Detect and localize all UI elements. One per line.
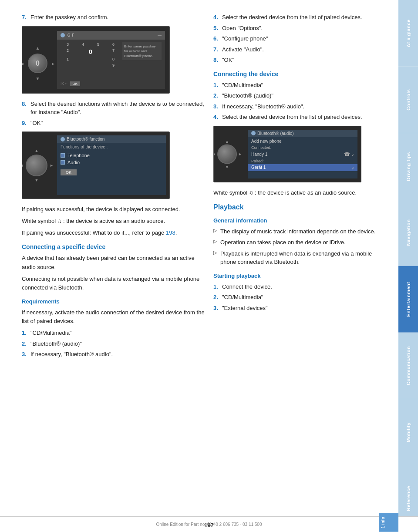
bullet-arrow: ▷ — [213, 239, 220, 244]
step-7-num: 7. — [22, 13, 30, 22]
starting-step-num: 3. — [213, 304, 222, 313]
section-general-info: General information — [213, 217, 385, 224]
req-step-text: "Bluetooth® (audio)" — [30, 340, 205, 348]
starting-step-text: "CD/Multimedia" — [222, 293, 385, 302]
step-9: 9. "OK" — [22, 119, 205, 128]
bullet-text: Operation can takes place on the device … — [220, 238, 385, 247]
sidebar-item-communication[interactable]: Communication — [398, 333, 418, 399]
knob: 0 — [28, 54, 47, 73]
step-8-num: 8. — [22, 100, 30, 117]
section-requirements: Requirements — [22, 298, 205, 305]
right-column: 4.Select the desired device from the lis… — [213, 13, 385, 506]
connecting-step-text: "Bluetooth® (audio)" — [222, 91, 385, 100]
knob2 — [26, 155, 47, 176]
right-step-item: 5.Open "Options". — [213, 24, 385, 33]
starting-step-item: 3."External devices" — [213, 304, 385, 313]
sidebar-controls-label: Controls — [406, 89, 411, 111]
right-step-item: 6."Configure phone" — [213, 34, 385, 43]
sidebar-navigation-label: Navigation — [406, 219, 411, 246]
sidebar-item-at-a-glance[interactable]: At a glance — [398, 0, 418, 67]
starting-step-num: 2. — [213, 293, 222, 302]
step-9-text: "OK" — [30, 119, 205, 128]
knob-area: ▲ ▼ ◄ ► 0 — [26, 37, 50, 90]
req-step-item: 1."CD/Multimedia" — [22, 329, 205, 337]
section-starting-playback: Starting playback — [213, 273, 385, 279]
connecting-step-text: If necessary, "Bluetooth® audio". — [222, 102, 385, 111]
passkey-screen-image: ▲ ▼ ◄ ► 0 ＧＦ — — [22, 26, 170, 94]
starting-step-item: 1.Connect the device. — [213, 283, 385, 291]
sidebar-reference-label: Reference — [406, 486, 411, 512]
bt-ok-button[interactable]: OK — [61, 169, 77, 175]
page-number: 197 — [204, 522, 214, 529]
general-bullet-item: ▷The display of music track information … — [213, 227, 385, 236]
req-step-text: If necessary, "Bluetooth® audio". — [30, 350, 205, 359]
info-badge-text: 1 info — [381, 517, 385, 529]
sidebar-item-navigation[interactable]: Navigation — [398, 199, 418, 266]
connecting-step-text: "CD/Multimedia" — [222, 81, 385, 90]
sidebar-communication-label: Communication — [406, 346, 411, 385]
handy1-row: Handy 1 ☎ ♪ — [248, 151, 357, 158]
connecting-step-item: 3.If necessary, "Bluetooth® audio". — [213, 102, 385, 111]
right-step-num: 4. — [213, 13, 222, 22]
starting-step-text: "External devices" — [222, 304, 385, 313]
right-step-item: 8."OK" — [213, 56, 385, 64]
sidebar-item-mobility[interactable]: Mobility — [398, 399, 418, 466]
req-step-item: 2."Bluetooth® (audio)" — [22, 340, 205, 348]
sidebar-navigation: At a glance Controls Driving tips Naviga… — [398, 0, 418, 532]
step-7-text: Enter the passkey and confirm. — [30, 13, 205, 22]
sidebar-item-entertainment[interactable]: Entertainment — [398, 266, 418, 333]
bluetooth-function-screen: ▲ ▼ ◄ ► Bluetooth® function Functions of… — [22, 131, 170, 199]
general-bullets: ▷The display of music track information … — [213, 227, 385, 266]
step-9-num: 9. — [22, 119, 30, 128]
sidebar-item-controls[interactable]: Controls — [398, 67, 418, 133]
general-bullet-item: ▷Playback is interrupted when data is ex… — [213, 249, 385, 266]
req-steps: 1."CD/Multimedia"2."Bluetooth® (audio)"3… — [22, 329, 205, 359]
specific-para2: Connecting is not possible when data is … — [22, 275, 205, 292]
main-content: 7. Enter the passkey and confirm. ▲ ▼ ◄ … — [0, 0, 398, 532]
right-step-num: 5. — [213, 24, 222, 33]
bullet-text: Playback is interrupted when data is exc… — [220, 249, 385, 266]
bullet-text: The display of music track information d… — [220, 227, 385, 236]
section-playback: Playback — [213, 203, 385, 211]
bullet-arrow: ▷ — [213, 228, 220, 233]
connecting-step-num: 2. — [213, 91, 222, 100]
right-step-text: Activate "Audio". — [222, 45, 385, 54]
section-connecting-device: Connecting the device — [213, 71, 385, 77]
connecting-step-text: Select the desired device from the list … — [222, 113, 385, 121]
req-step-num: 3. — [22, 350, 30, 359]
req-step-num: 1. — [22, 329, 30, 337]
right-step-item: 7.Activate "Audio". — [213, 45, 385, 54]
para-white-right: White symbol ♫ : the device is active as… — [213, 189, 385, 197]
step-7: 7. Enter the passkey and confirm. — [22, 13, 205, 22]
page-footer: Online Edition for Part no. 01 40 2 606 … — [0, 516, 418, 532]
sidebar-at-glance-label: At a glance — [406, 19, 411, 47]
general-bullet-item: ▷Operation can takes place on the device… — [213, 238, 385, 247]
paired-label: Paired: — [248, 158, 357, 164]
passkey-screen-header: ＧＦ — [67, 32, 75, 38]
req-step-text: "CD/Multimedia" — [30, 329, 205, 337]
bt-function-subheader: Functions of the device : — [57, 143, 166, 151]
req-step-item: 3.If necessary, "Bluetooth® audio". — [22, 350, 205, 359]
sidebar-driving-label: Driving tips — [406, 152, 411, 181]
right-step-num: 6. — [213, 34, 222, 43]
bt-function-header: Bluetooth® function — [67, 137, 104, 141]
specific-para1: A device that has already been paired ca… — [22, 254, 205, 271]
starting-step-num: 1. — [213, 283, 222, 291]
bt-audio-screen-top: ▲ ▼ ◄ ► Bluetooth® (audio) Add new phone — [213, 126, 361, 182]
knob-right — [217, 144, 237, 164]
bt-audio-screen-header: Bluetooth® (audio) — [257, 131, 294, 136]
connected-label: Connected: — [248, 145, 357, 151]
connecting-steps: 1."CD/Multimedia"2."Bluetooth® (audio)"3… — [213, 81, 385, 121]
right-step-text: Select the desired device from the list … — [222, 13, 385, 22]
connecting-step-item: 2."Bluetooth® (audio)" — [213, 91, 385, 100]
right-step-text: "OK" — [222, 56, 385, 64]
req-step-num: 2. — [22, 340, 30, 348]
add-new-phone-row: Add new phone — [248, 138, 357, 145]
starting-step-item: 2."CD/Multimedia" — [213, 293, 385, 302]
gerat1-row: Gerät 1 ♪ — [248, 164, 357, 171]
page-198-link[interactable]: 198 — [166, 229, 175, 236]
sidebar-item-driving-tips[interactable]: Driving tips — [398, 133, 418, 200]
connecting-step-num: 1. — [213, 81, 222, 90]
connecting-step-num: 3. — [213, 102, 222, 111]
right-step-item: 4.Select the desired device from the lis… — [213, 13, 385, 22]
